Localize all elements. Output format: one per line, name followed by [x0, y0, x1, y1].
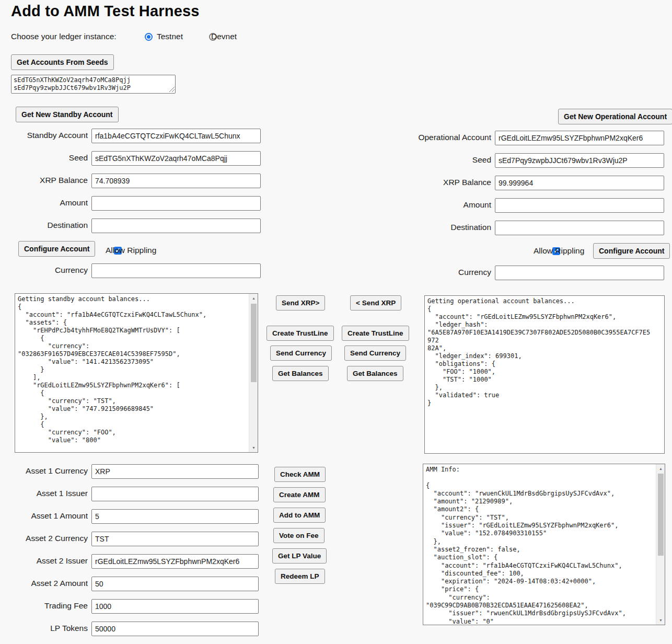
asset1-amount-label: Asset 1 Amount	[0, 511, 88, 521]
standby-seed-input[interactable]	[91, 151, 261, 166]
operational-allow-rippling-label[interactable]: Allow Rippling	[534, 246, 584, 256]
ledger-instance-row: Choose your ledger instance:	[11, 32, 117, 41]
operational-results-text: Getting operational account balances... …	[425, 296, 664, 453]
standby-destination-label: Destination	[0, 221, 88, 230]
asset1-issuer-input[interactable]	[91, 487, 259, 501]
asset2-issuer-label: Asset 2 Issuer	[0, 556, 88, 566]
operational-amount-input[interactable]	[495, 198, 664, 213]
standby-get-balances-button[interactable]: Get Balances	[272, 366, 329, 381]
asset2-currency-input[interactable]	[91, 532, 259, 546]
operational-get-balances-button[interactable]: Get Balances	[347, 366, 403, 381]
operational-account-label: Operational Account	[366, 133, 491, 142]
asset1-currency-label: Asset 1 Currency	[0, 466, 88, 476]
operational-amount-label: Amount	[366, 200, 491, 210]
lp-tokens-label: LP Tokens	[0, 624, 88, 633]
testnet-radio-label[interactable]: Testnet	[157, 32, 183, 41]
create-amm-button[interactable]: Create AMM	[273, 487, 326, 502]
standby-scrollbar-thumb[interactable]	[251, 304, 257, 382]
get-accounts-from-seeds-button[interactable]: Get Accounts From Seeds	[11, 54, 114, 70]
get-new-standby-account-button[interactable]: Get New Standby Account	[16, 107, 119, 122]
get-lp-value-button[interactable]: Get LP Value	[272, 548, 327, 564]
standby-results-box[interactable]: Getting standby account balances... { "a…	[15, 293, 258, 453]
operational-xrp-balance-label: XRP Balance	[366, 178, 491, 187]
operational-currency-label: Currency	[366, 268, 491, 277]
operational-currency-input[interactable]	[495, 266, 664, 280]
standby-xrp-balance-label: XRP Balance	[0, 176, 88, 185]
standby-account-label: Standby Account	[0, 131, 88, 140]
send-xrp-to-operational-button[interactable]: Send XRP>	[276, 295, 325, 310]
operational-send-currency-button[interactable]: Send Currency	[344, 346, 406, 361]
standby-currency-input[interactable]	[91, 263, 261, 278]
asset2-amount-label: Asset 2 Amount	[0, 579, 88, 588]
send-xrp-to-standby-button[interactable]: < Send XRP	[350, 295, 401, 310]
operational-destination-label: Destination	[366, 223, 491, 232]
amm-info-text: AMM Info: { "account": "rwuenCkUL1MdrBsd…	[423, 464, 665, 625]
operational-xrp-balance-input[interactable]	[495, 176, 664, 190]
asset1-amount-input[interactable]	[91, 509, 259, 524]
seeds-textarea[interactable]: sEdTG5nXThKWZoV2aqrh47oMCa8Pqjj sEd7Pqy9…	[11, 75, 176, 94]
trading-fee-input[interactable]	[91, 599, 259, 614]
lp-tokens-input[interactable]	[91, 622, 259, 636]
standby-account-input[interactable]	[91, 129, 261, 143]
standby-destination-input[interactable]	[91, 218, 261, 233]
add-to-amm-button[interactable]: Add to AMM	[273, 508, 326, 523]
standby-seed-label: Seed	[0, 153, 88, 163]
scroll-down-icon[interactable]: ▼	[249, 443, 258, 452]
standby-send-currency-button[interactable]: Send Currency	[270, 346, 332, 361]
amm-info-box[interactable]: AMM Info: { "account": "rwuenCkUL1MdrBsd…	[423, 464, 665, 625]
standby-allow-rippling-label[interactable]: Allow Rippling	[106, 246, 156, 255]
page-title: Add to AMM Test Harness	[11, 3, 200, 20]
standby-amount-input[interactable]	[91, 196, 261, 211]
operational-destination-input[interactable]	[495, 221, 664, 235]
scroll-up-icon[interactable]: ▲	[249, 294, 258, 303]
amm-info-scrollbar-thumb[interactable]	[658, 474, 664, 556]
asset2-issuer-input[interactable]	[91, 554, 259, 569]
devnet-radio-label[interactable]: Devnet	[211, 32, 237, 41]
operational-results-box[interactable]: Getting operational account balances... …	[424, 295, 665, 454]
check-amm-button[interactable]: Check AMM	[274, 467, 326, 482]
standby-configure-account-button[interactable]: Configure Account	[18, 241, 95, 257]
standby-currency-label: Currency	[0, 266, 88, 275]
asset1-currency-input[interactable]	[91, 464, 259, 479]
asset1-issuer-label: Asset 1 Issuer	[0, 489, 88, 498]
standby-results-text: Getting standby account balances... { "a…	[15, 294, 258, 452]
standby-create-trustline-button[interactable]: Create TrustLine	[267, 326, 334, 341]
testnet-radio[interactable]	[145, 33, 153, 41]
redeem-lp-button[interactable]: Redeem LP	[275, 569, 325, 584]
scroll-up-icon[interactable]: ▲	[656, 464, 665, 473]
standby-results-scrollbar[interactable]: ▲ ▼	[249, 294, 258, 452]
standby-amount-label: Amount	[0, 198, 88, 208]
standby-xrp-balance-input[interactable]	[91, 174, 261, 188]
operational-seed-input[interactable]	[495, 153, 664, 168]
operational-create-trustline-button[interactable]: Create TrustLine	[342, 326, 409, 341]
trading-fee-label: Trading Fee	[0, 601, 88, 611]
operational-configure-account-button[interactable]: Configure Account	[593, 243, 670, 259]
asset2-amount-input[interactable]	[91, 577, 259, 591]
vote-on-fee-button[interactable]: Vote on Fee	[273, 528, 325, 543]
operational-account-input[interactable]	[495, 131, 664, 145]
amm-info-scrollbar[interactable]: ▲ ▼	[656, 464, 665, 625]
operational-seed-label: Seed	[366, 155, 491, 165]
resize-grip-icon[interactable]	[169, 87, 175, 92]
scroll-down-icon[interactable]: ▼	[656, 616, 665, 625]
ledger-instance-prompt: Choose your ledger instance:	[11, 32, 117, 41]
get-new-operational-account-button[interactable]: Get New Operational Account	[558, 109, 672, 124]
asset2-currency-label: Asset 2 Currency	[0, 534, 88, 543]
